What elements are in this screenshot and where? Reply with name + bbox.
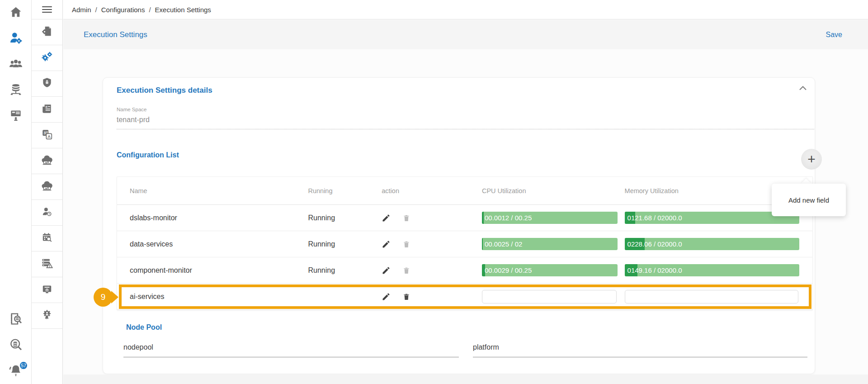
sidebar2-item-schedule-search[interactable]: [32, 226, 62, 251]
chevron-up-icon: [798, 85, 807, 93]
sidebar2-item-document-settings[interactable]: [32, 19, 62, 45]
server-alert-icon: [41, 257, 53, 271]
translate-icon: 3T A: [41, 128, 53, 142]
calendar-search-icon: [41, 232, 53, 245]
notification-count-badge: 57: [19, 361, 28, 370]
user-clock-icon: [41, 206, 53, 219]
cpu-utilization-badge: 00.0025 / 02: [482, 238, 618, 250]
cpu-utilization-badge: 00.0012 / 00.25: [482, 212, 618, 224]
sidebar2-item-translation[interactable]: 3T A: [32, 123, 62, 148]
sidebar-bottom-group: 57: [0, 307, 32, 384]
menu-toggle-button[interactable]: [32, 0, 62, 19]
database-search-icon: [9, 337, 23, 354]
gears-icon: [41, 51, 53, 65]
column-header-name: Name: [117, 187, 308, 194]
namespace-underline: [117, 129, 814, 129]
cpu-utilization-badge: 00.0029 / 00.25: [482, 264, 618, 276]
table-row-component-monitor: component-monitor Running 00.0029 / 00.2…: [117, 257, 812, 284]
badge-user-icon: [41, 309, 53, 322]
sidebar-item-data-search[interactable]: [0, 332, 32, 358]
page-toolbar: Execution Settings Save: [63, 20, 868, 49]
step-marker-9: 9: [94, 288, 113, 307]
sidebar-item-notifications[interactable]: 57: [0, 358, 32, 384]
sidebar-item-user-settings[interactable]: [0, 26, 31, 52]
sidebar2-item-certificates[interactable]: [32, 277, 62, 303]
sidebar-item-training[interactable]: [0, 103, 31, 129]
cloud-sync-icon: [41, 180, 53, 194]
delete-button[interactable]: [402, 292, 410, 301]
sidebar2-item-user-badge[interactable]: [32, 303, 62, 329]
breadcrumb-separator: /: [149, 6, 151, 14]
table-header-row: Name Running action CPU Utilization Memo…: [117, 177, 812, 205]
save-button[interactable]: Save: [826, 31, 842, 39]
row-name: data-services: [117, 240, 308, 248]
node-pool-name-field[interactable]: nodepool: [123, 339, 459, 357]
memory-utilization-value: 0149.16 / 02000.0: [627, 266, 682, 274]
hamburger-icon: [42, 5, 52, 14]
sidebar2-item-configurations[interactable]: [32, 45, 62, 71]
cpu-utilization-value: 00.0025 / 02: [485, 240, 522, 248]
delete-button[interactable]: [402, 266, 410, 275]
delete-button[interactable]: [402, 240, 410, 249]
cloud-sync-icon: [41, 154, 53, 168]
primary-sidebar: 57: [0, 0, 32, 384]
home-icon: [9, 5, 23, 21]
invoice-icon: $: [41, 103, 53, 116]
memory-utilization-value: 0228.06 / 02000.0: [627, 240, 682, 248]
table-row-data-services: data-services Running 00.0025 / 02 0228.…: [117, 231, 812, 257]
edit-button[interactable]: [382, 292, 391, 301]
sidebar-item-user-groups[interactable]: [0, 52, 31, 77]
delete-button[interactable]: [402, 213, 410, 223]
cpu-utilization-input[interactable]: [482, 290, 617, 303]
collapse-section-button[interactable]: [798, 85, 807, 93]
cpu-usage-fill: [482, 238, 483, 250]
add-new-field-tooltip: Add new field: [772, 184, 846, 216]
configuration-table: Name Running action CPU Utilization Memo…: [117, 176, 813, 310]
memory-utilization-input[interactable]: [625, 290, 798, 303]
sidebar-item-log-search[interactable]: [0, 307, 32, 332]
sidebar2-item-cloud-sync-ingest[interactable]: [32, 148, 62, 174]
row-name: ai-services: [117, 293, 308, 301]
breadcrumb-admin[interactable]: Admin: [72, 6, 91, 14]
svg-text:A: A: [47, 134, 51, 139]
edit-button[interactable]: [382, 266, 391, 275]
row-running-status: Running: [308, 214, 375, 222]
breadcrumb-execution-settings[interactable]: Execution Settings: [155, 6, 211, 14]
sidebar2-item-user-activity[interactable]: [32, 200, 62, 226]
node-pool-heading: Node Pool: [126, 323, 162, 332]
sidebar2-item-cloud-sync-export[interactable]: [32, 174, 62, 200]
document-gear-icon: [41, 25, 53, 39]
sidebar-item-home[interactable]: [0, 0, 31, 26]
column-header-cpu: CPU Utilization: [482, 187, 625, 194]
sidebar2-item-security[interactable]: [32, 71, 62, 97]
details-section-heading: Execution Settings details: [117, 86, 212, 95]
add-new-field-button[interactable]: +: [801, 149, 822, 170]
sidebar-item-data-sources[interactable]: [0, 77, 31, 103]
sidebar2-item-billing[interactable]: $: [32, 97, 62, 123]
edit-button[interactable]: [382, 213, 391, 223]
training-presentation-icon: [9, 109, 23, 124]
namespace-label: Name Space: [117, 107, 146, 112]
memory-utilization-badge: 0149.16 / 02000.0: [625, 264, 799, 276]
node-pool-platform-field[interactable]: platform: [473, 339, 807, 357]
column-header-running: Running: [308, 187, 375, 194]
svg-text:$: $: [46, 106, 47, 108]
breadcrumb-bar: Admin / Configurations / Execution Setti…: [63, 0, 868, 19]
breadcrumb-separator: /: [95, 6, 97, 14]
table-row-dslabs-monitor: dslabs-monitor Running 00.0012 / 00.25 0…: [117, 205, 812, 231]
shield-lock-icon: [41, 77, 53, 90]
execution-settings-card: Execution Settings details Name Space te…: [103, 77, 815, 374]
database-network-icon: [9, 83, 23, 98]
main-content: Execution Settings details Name Space te…: [63, 49, 868, 375]
edit-button[interactable]: [382, 240, 391, 249]
configuration-list-heading: Configuration List: [117, 151, 179, 159]
column-header-action: action: [375, 187, 482, 194]
row-name: dslabs-monitor: [117, 214, 308, 222]
page-title: Execution Settings: [84, 30, 147, 39]
breadcrumb-configurations[interactable]: Configurations: [101, 6, 145, 14]
table-row-ai-services: ai-services: [117, 284, 812, 310]
row-running-status: Running: [308, 266, 375, 275]
cpu-utilization-value: 00.0029 / 00.25: [485, 266, 532, 274]
user-gear-icon: [9, 31, 23, 47]
sidebar2-item-system-alerts[interactable]: [32, 251, 62, 277]
